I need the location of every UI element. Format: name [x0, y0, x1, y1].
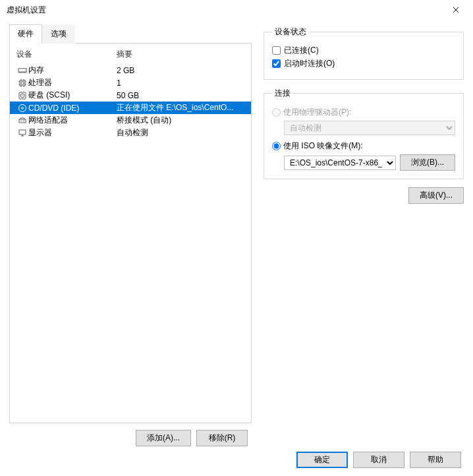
svg-rect-8 — [19, 119, 26, 123]
physical-label: 使用物理驱动器(P): — [283, 107, 351, 118]
device-summary: 1 — [117, 78, 244, 88]
device-label: 硬盘 (SCSI) — [28, 90, 117, 101]
close-button[interactable] — [443, 1, 469, 19]
connect-on-row[interactable]: 启动时连接(O) — [272, 58, 455, 69]
device-row-net[interactable]: 网络适配器桥接模式 (自动) — [10, 114, 251, 127]
iso-radio[interactable] — [272, 142, 281, 150]
cd-icon — [16, 104, 28, 113]
device-label: 处理器 — [28, 77, 117, 88]
device-row-cd[interactable]: CD/DVD (IDE)正在使用文件 E:\OS_ios\CentO... — [10, 102, 251, 114]
left-action-row: 添加(A)... 移除(R) — [9, 423, 252, 446]
list-header: 设备 摘要 — [10, 49, 251, 64]
connect-on-checkbox[interactable] — [272, 59, 281, 68]
connection-legend: 连接 — [272, 88, 293, 99]
add-button[interactable]: 添加(A)... — [136, 430, 191, 446]
device-label: CD/DVD (IDE) — [28, 104, 117, 113]
window-title: 虚拟机设置 — [7, 5, 443, 16]
connected-row[interactable]: 已连接(C) — [272, 45, 455, 56]
device-row-display[interactable]: 显示器自动检测 — [10, 127, 251, 139]
device-row-disk[interactable]: 硬盘 (SCSI)50 GB — [10, 89, 251, 102]
physical-drive-combo: 自动检测 — [284, 121, 455, 135]
svg-rect-2 — [21, 82, 24, 84]
device-label: 网络适配器 — [28, 115, 117, 126]
advanced-button[interactable]: 高级(V)... — [408, 187, 464, 204]
header-summary: 摘要 — [117, 49, 132, 60]
cancel-button[interactable]: 取消 — [353, 452, 404, 468]
display-icon — [16, 129, 28, 138]
device-row-cpu[interactable]: 处理器1 — [10, 76, 251, 89]
connected-label: 已连接(C) — [284, 45, 319, 56]
tabs: 硬件 选项 — [9, 24, 252, 44]
remove-button[interactable]: 移除(R) — [196, 430, 248, 446]
device-label: 显示器 — [28, 127, 117, 138]
iso-label: 使用 ISO 映像文件(M): — [283, 140, 363, 152]
left-panel: 硬件 选项 设备 摘要 内存2 GB处理器1硬盘 (SCSI)50 GBCD/D… — [9, 24, 252, 446]
memory-icon — [16, 67, 28, 74]
right-panel: 设备状态 已连接(C) 启动时连接(O) 连接 使用物理驱动器(P): 自动检测 — [264, 24, 464, 446]
svg-point-10 — [23, 120, 24, 121]
device-summary: 2 GB — [117, 66, 244, 75]
device-row-memory[interactable]: 内存2 GB — [10, 64, 251, 76]
svg-rect-0 — [18, 69, 26, 72]
svg-point-5 — [22, 95, 22, 96]
device-status-group: 设备状态 已连接(C) 启动时连接(O) — [264, 26, 464, 80]
device-list: 设备 摘要 内存2 GB处理器1硬盘 (SCSI)50 GBCD/DVD (ID… — [9, 44, 252, 423]
device-summary: 50 GB — [117, 91, 244, 100]
ok-button[interactable]: 确定 — [296, 452, 348, 468]
iso-path-combo[interactable]: E:\OS_ios\CentOS-7-x86_64 — [284, 156, 396, 170]
help-button[interactable]: 帮助 — [410, 452, 461, 468]
device-summary: 正在使用文件 E:\OS_ios\CentO... — [117, 102, 244, 113]
header-device: 设备 — [16, 49, 117, 60]
connected-checkbox[interactable] — [272, 46, 281, 55]
device-summary: 自动检测 — [117, 127, 244, 138]
connect-on-label: 启动时连接(O) — [284, 58, 335, 69]
disk-icon — [16, 91, 28, 100]
svg-point-6 — [19, 104, 26, 111]
svg-rect-1 — [20, 80, 25, 86]
status-legend: 设备状态 — [272, 26, 309, 38]
titlebar: 虚拟机设置 — [0, 0, 473, 20]
svg-point-9 — [20, 120, 22, 121]
physical-drive-row: 使用物理驱动器(P): — [272, 107, 455, 118]
device-label: 内存 — [28, 65, 117, 76]
svg-rect-11 — [19, 130, 26, 134]
iso-row[interactable]: 使用 ISO 映像文件(M): — [272, 140, 455, 152]
dialog-button-row: 确定 取消 帮助 — [296, 452, 461, 468]
physical-radio — [272, 108, 281, 117]
browse-button[interactable]: 浏览(B)... — [400, 154, 455, 171]
tab-hardware[interactable]: 硬件 — [9, 24, 42, 44]
close-icon — [453, 7, 459, 13]
cpu-icon — [16, 78, 28, 88]
device-summary: 桥接模式 (自动) — [117, 115, 244, 126]
net-icon — [16, 116, 28, 125]
svg-point-7 — [22, 107, 24, 109]
connection-group: 连接 使用物理驱动器(P): 自动检测 使用 ISO 映像文件(M): E:\O… — [264, 88, 464, 179]
tab-options[interactable]: 选项 — [42, 24, 75, 44]
